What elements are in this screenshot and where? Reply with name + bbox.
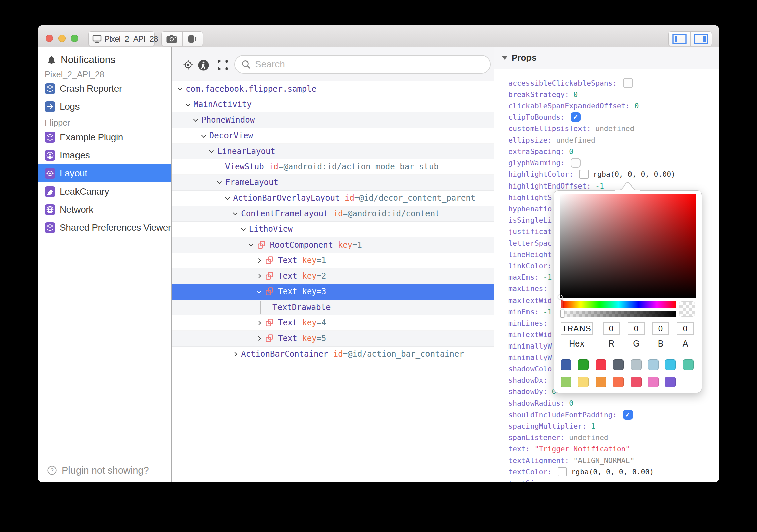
saturation-gradient[interactable] — [560, 194, 696, 298]
chevron-down-icon[interactable] — [178, 87, 182, 91]
preset-color-swatch[interactable] — [613, 377, 624, 387]
checkbox-unchecked[interactable] — [623, 78, 633, 88]
select-element-icon[interactable] — [217, 60, 228, 70]
tree-node-text-1[interactable]: Text key=1 — [172, 253, 494, 269]
sidebar-item-notifications[interactable]: Notifications — [38, 52, 171, 68]
preset-color-swatch[interactable] — [561, 377, 571, 387]
notifications-label: Notifications — [61, 54, 115, 65]
tree-node-com.facebook.flipper.sample[interactable]: com.facebook.flipper.sample — [172, 81, 494, 97]
tree-node-text-4[interactable]: Text key=4 — [172, 315, 494, 331]
node-attr-key: key — [297, 318, 317, 327]
tree-node-text-3[interactable]: Text key=3 — [172, 284, 494, 300]
plugin-help-link[interactable]: ? Plugin not showing? — [38, 462, 171, 478]
alpha-slider[interactable] — [561, 311, 676, 317]
chevron-down-icon[interactable] — [233, 211, 238, 216]
preset-color-swatch[interactable] — [578, 377, 589, 387]
sidebar-item-label: Example Plugin — [60, 132, 123, 143]
chevron-right-icon[interactable] — [257, 274, 261, 278]
tree-node-text-2[interactable]: Text key=2 — [172, 268, 494, 284]
tree-node-textdrawable[interactable]: TextDrawable — [172, 300, 494, 315]
chevron-down-icon[interactable] — [217, 180, 222, 184]
hue-slider-handle[interactable] — [560, 300, 563, 309]
sidebar-item-crash-reporter[interactable]: Crash Reporter — [38, 79, 171, 98]
chevron-down-icon[interactable] — [186, 102, 190, 107]
tree-node-phonewindow[interactable]: PhoneWindow — [172, 112, 494, 128]
minimize-window-button[interactable] — [58, 35, 66, 42]
chevron-down-icon[interactable] — [209, 149, 214, 153]
preset-color-swatch[interactable] — [665, 377, 676, 387]
chevron-down-icon[interactable] — [241, 227, 246, 231]
toggle-left-panel-button[interactable] — [669, 32, 690, 46]
chevron-down-icon[interactable] — [249, 243, 253, 247]
hue-slider[interactable] — [561, 301, 676, 308]
tree-node-mainactivity[interactable]: MainActivity — [172, 97, 494, 113]
alpha-slider-handle[interactable] — [560, 310, 564, 318]
sidebar-item-network[interactable]: Network — [38, 201, 171, 219]
chevron-right-icon[interactable] — [257, 258, 261, 263]
checkbox-checked[interactable]: ✓ — [571, 112, 581, 122]
picker-divider — [554, 352, 702, 352]
color-swatch[interactable] — [558, 467, 567, 476]
accessibility-mode-icon[interactable] — [198, 60, 209, 71]
preset-color-swatch[interactable] — [683, 359, 694, 370]
tree-node-framelayout[interactable]: FrameLayout — [172, 175, 494, 191]
chevron-down-icon[interactable] — [202, 134, 206, 138]
green-input[interactable]: 0 — [628, 322, 645, 335]
chevron-down-icon[interactable] — [257, 289, 261, 294]
screen-record-button[interactable] — [182, 32, 203, 46]
preset-color-swatch[interactable] — [596, 359, 606, 370]
close-window-button[interactable] — [46, 35, 53, 42]
preset-color-swatch[interactable] — [613, 359, 624, 370]
preset-color-swatch[interactable] — [578, 359, 589, 370]
preset-color-swatch[interactable] — [631, 377, 642, 387]
checkbox-checked[interactable]: ✓ — [623, 410, 633, 420]
props-header[interactable]: Props — [494, 47, 719, 69]
screenshot-button[interactable] — [162, 32, 182, 46]
preset-color-swatch[interactable] — [665, 359, 676, 370]
tree-node-linearlayout[interactable]: LinearLayout — [172, 144, 494, 159]
sidebar-item-leakcanary[interactable]: LeakCanary — [38, 182, 171, 201]
indent-guide — [260, 301, 261, 314]
tree-node-lithoview[interactable]: LithoView — [172, 222, 494, 237]
prop-key: breakStrategy: — [508, 90, 569, 99]
flipper-window: Pixel_2_API_28 — [38, 25, 719, 482]
sidebar-item-shared-preferences-viewer[interactable]: Shared Preferences Viewer — [38, 219, 171, 237]
preset-color-swatch[interactable] — [648, 359, 659, 370]
prop-key: shouldIncludeFontPadding: — [508, 411, 617, 419]
tree-node-rootcomponent-1[interactable]: RootComponent key=1 — [172, 237, 494, 253]
preset-color-swatch[interactable] — [561, 359, 571, 370]
tree-node-text-5[interactable]: Text key=5 — [172, 331, 494, 347]
preset-color-swatch[interactable] — [631, 359, 642, 370]
tree-node-contentframelayout-android-id-content[interactable]: ContentFrameLayout id=@android:id/conten… — [172, 206, 494, 222]
preset-color-swatch[interactable] — [648, 377, 659, 387]
search-input[interactable]: Search — [234, 55, 491, 74]
sidebar-item-logs[interactable]: Logs — [38, 98, 171, 116]
zoom-window-button[interactable] — [71, 35, 78, 42]
red-input[interactable]: 0 — [603, 322, 620, 335]
saturation-cursor[interactable] — [558, 295, 563, 299]
sidebar-item-layout[interactable]: Layout — [38, 164, 171, 182]
chevron-right-icon[interactable] — [257, 336, 261, 340]
tree-node-actionbarcontainer-id-action-bar-container[interactable]: ActionBarContainer id=@id/action_bar_con… — [172, 347, 494, 362]
toggle-right-panel-button[interactable] — [690, 32, 712, 46]
device-selector-button[interactable]: Pixel_2_API_28 — [88, 31, 155, 46]
sidebar-item-example-plugin[interactable]: Example Plugin — [38, 128, 171, 146]
hex-input[interactable]: TRANS — [561, 322, 593, 335]
tree-node-actionbaroverlaylayout-id-decor-content-parent[interactable]: ActionBarOverlayLayout id=@id/decor_cont… — [172, 191, 494, 206]
chevron-right-icon[interactable] — [257, 321, 261, 325]
prop-key: maxLines: — [508, 284, 548, 293]
node-attr-value: =5 — [317, 334, 326, 343]
color-swatch[interactable] — [579, 170, 589, 179]
target-mode-icon[interactable] — [183, 60, 193, 70]
preset-color-swatch[interactable] — [596, 377, 606, 387]
checkbox-unchecked[interactable] — [571, 158, 581, 168]
tree-node-viewstub-android-id-action-mode-bar-stub[interactable]: ViewStub id=@android:id/action_mode_bar_… — [172, 159, 494, 175]
sidebar-item-images[interactable]: Images — [38, 146, 171, 164]
blue-input[interactable]: 0 — [652, 322, 669, 335]
chevron-right-icon[interactable] — [233, 352, 238, 356]
chevron-down-icon[interactable] — [225, 196, 230, 200]
chevron-down-icon[interactable] — [194, 118, 198, 122]
tree-node-decorview[interactable]: DecorView — [172, 128, 494, 144]
alpha-input[interactable]: 0 — [677, 322, 694, 335]
hex-label: Hex — [561, 339, 593, 349]
